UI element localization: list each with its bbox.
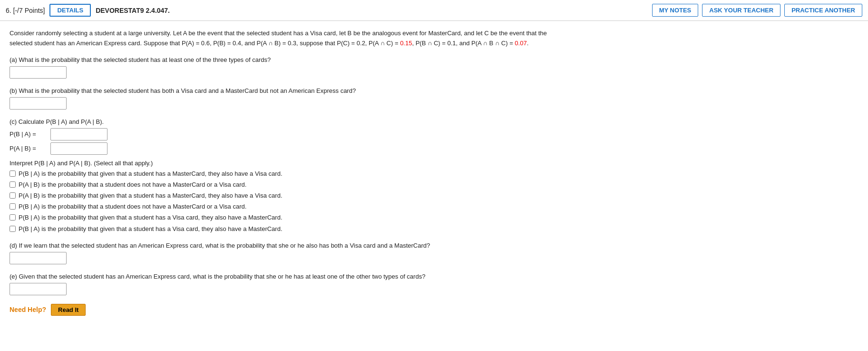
part-a: (a) What is the probability that the sel… xyxy=(10,56,561,79)
checkbox-row-5: P(B | A) is the probability that given t… xyxy=(10,225,561,233)
interpret-label: Interpret P(B | A) and P(A | B). (Select… xyxy=(10,160,561,167)
checkbox-row-3: P(B | A) is the probability that a stude… xyxy=(10,202,561,211)
need-help-label: Need Help? xyxy=(10,306,46,313)
read-it-button[interactable]: Read It xyxy=(51,304,86,316)
intro-mid: , P(B ∩ C) = 0.1, and P(A ∩ B ∩ C) = xyxy=(412,40,515,47)
question-code: DEVORESTAT9 2.4.047. xyxy=(96,7,170,14)
pba-input[interactable] xyxy=(50,128,107,140)
my-notes-button[interactable]: MY NOTES xyxy=(652,4,699,17)
problem-text: Consider randomly selecting a student at… xyxy=(10,29,561,49)
checkbox-label-5: P(B | A) is the probability that given t… xyxy=(19,225,283,233)
checkbox-label-2: P(A | B) is the probability that given t… xyxy=(19,191,283,200)
part-d: (d) If we learn that the selected studen… xyxy=(10,242,561,264)
intro-red2: 0.07 xyxy=(515,40,527,47)
part-e: (e) Given that the selected student has … xyxy=(10,273,561,295)
ask-teacher-button[interactable]: ASK YOUR TEACHER xyxy=(702,4,780,17)
checkbox-label-4: P(B | A) is the probability that given t… xyxy=(19,213,283,222)
part-d-input[interactable] xyxy=(10,252,67,264)
checkbox-2[interactable] xyxy=(10,192,16,199)
pab-row: P(A | B) = xyxy=(10,142,561,155)
intro-red1: 0.15 xyxy=(400,40,412,47)
checkbox-row-0: P(B | A) is the probability that given t… xyxy=(10,170,561,178)
pba-label: P(B | A) = xyxy=(10,130,48,138)
practice-another-button[interactable]: PRACTICE ANOTHER xyxy=(784,4,862,17)
checkbox-0[interactable] xyxy=(10,170,16,177)
part-e-input[interactable] xyxy=(10,283,67,295)
question-number: 6. [-/7 Points] xyxy=(6,7,45,14)
pab-input[interactable] xyxy=(50,142,107,155)
checkbox-row-4: P(B | A) is the probability that given t… xyxy=(10,213,561,222)
pba-row: P(B | A) = xyxy=(10,128,561,140)
intro-end: . xyxy=(527,40,529,47)
checkbox-5[interactable] xyxy=(10,226,16,232)
content-area: Consider randomly selecting a student at… xyxy=(0,21,571,325)
part-a-label: (a) What is the probability that the sel… xyxy=(10,56,561,63)
checkbox-1[interactable] xyxy=(10,181,16,188)
top-bar-left: 6. [-/7 Points] DETAILS DEVORESTAT9 2.4.… xyxy=(6,4,652,17)
checkboxes-container: P(B | A) is the probability that given t… xyxy=(10,170,561,233)
need-help-area: Need Help? Read It xyxy=(10,304,561,316)
details-button[interactable]: DETAILS xyxy=(49,4,91,17)
part-e-label: (e) Given that the selected student has … xyxy=(10,273,561,280)
checkbox-row-2: P(A | B) is the probability that given t… xyxy=(10,191,561,200)
part-b: (b) What is the probability that the sel… xyxy=(10,87,561,110)
checkbox-4[interactable] xyxy=(10,214,16,221)
part-d-label: (d) If we learn that the selected studen… xyxy=(10,242,561,249)
pab-label: P(A | B) = xyxy=(10,145,48,152)
top-bar-right: MY NOTES ASK YOUR TEACHER PRACTICE ANOTH… xyxy=(652,4,862,17)
part-c: (c) Calculate P(B | A) and P(A | B). P(B… xyxy=(10,118,561,233)
part-b-input[interactable] xyxy=(10,97,67,110)
part-b-label: (b) What is the probability that the sel… xyxy=(10,87,561,94)
top-bar: 6. [-/7 Points] DETAILS DEVORESTAT9 2.4.… xyxy=(0,0,868,21)
checkbox-label-1: P(A | B) is the probability that a stude… xyxy=(19,181,246,189)
checkbox-row-1: P(A | B) is the probability that a stude… xyxy=(10,181,561,189)
checkbox-label-0: P(B | A) is the probability that given t… xyxy=(19,170,283,178)
checkbox-3[interactable] xyxy=(10,203,16,210)
part-c-label: (c) Calculate P(B | A) and P(A | B). xyxy=(10,118,561,125)
part-a-input[interactable] xyxy=(10,66,67,79)
checkbox-label-3: P(B | A) is the probability that a stude… xyxy=(19,202,246,211)
